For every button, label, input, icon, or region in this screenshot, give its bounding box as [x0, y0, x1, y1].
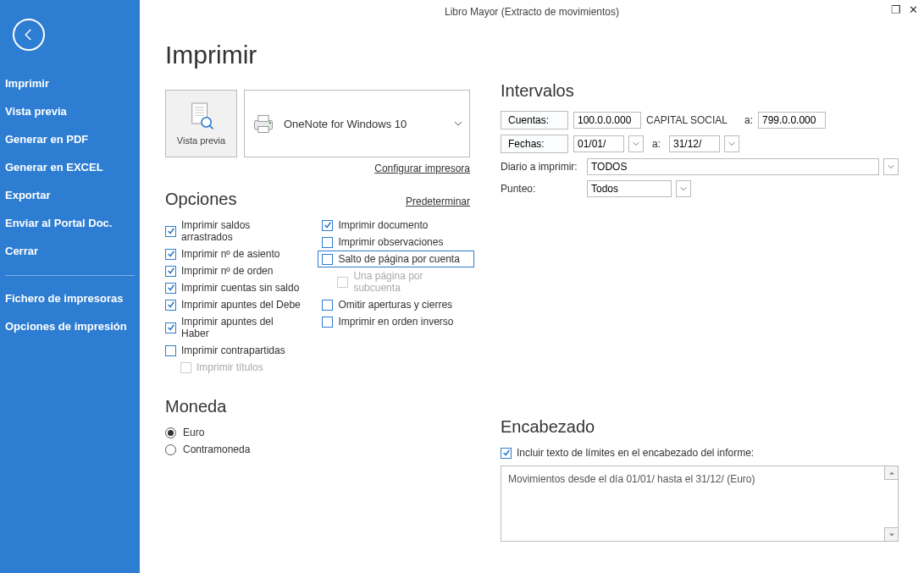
sidebar-item-4[interactable]: Exportar [0, 181, 140, 209]
account-from-input[interactable] [573, 112, 641, 129]
checkbox-label: Imprimir saldos arrastrados [181, 219, 302, 243]
svg-rect-8 [258, 115, 268, 121]
date-from-input[interactable] [573, 135, 624, 152]
to-label: a: [744, 114, 753, 126]
checkbox[interactable] [165, 266, 176, 277]
dates-label-button[interactable]: Fechas: [501, 135, 568, 153]
diary-dropdown[interactable] [883, 158, 899, 175]
preview-label: Vista previa [177, 135, 225, 146]
window-title: Libro Mayor (Extracto de movimientos) [140, 0, 924, 24]
svg-point-10 [269, 122, 271, 124]
punteo-dropdown[interactable] [676, 180, 691, 197]
include-header-checkbox[interactable]: Incluir texto de límites en el encabezad… [501, 447, 899, 459]
currency-euro[interactable]: Euro [165, 427, 470, 438]
options-heading: Opciones [165, 190, 237, 209]
close-icon[interactable]: ✕ [907, 3, 919, 15]
date-from-dropdown[interactable] [628, 135, 644, 152]
sidebar-item-6[interactable]: Cerrar [0, 237, 140, 265]
checkbox [180, 362, 191, 373]
checkbox-label: Imprimir nº de orden [181, 265, 273, 277]
checkbox[interactable] [322, 300, 333, 311]
option-imprimir-apuntes-del-debe[interactable]: Imprimir apuntes del Debe [165, 299, 302, 311]
checkbox-label: Imprimir nº de asiento [181, 248, 279, 260]
sidebar-item2-1[interactable]: Opciones de impresión [0, 312, 140, 340]
header-heading: Encabezado [501, 417, 899, 437]
chevron-down-icon [454, 119, 462, 128]
checkbox[interactable] [322, 237, 333, 248]
radio-button[interactable] [165, 444, 176, 455]
account-to-input[interactable] [758, 112, 826, 129]
checkbox-label: Imprimir apuntes del Haber [181, 316, 302, 339]
checkbox-label: Imprimir cuentas sin saldo [181, 282, 299, 294]
option-imprimir-nº-de-asiento[interactable]: Imprimir nº de asiento [165, 248, 302, 260]
printer-icon [252, 112, 275, 135]
sidebar-item-5[interactable]: Enviar al Portal Doc. [0, 209, 140, 237]
intervals-heading: Intervalos [501, 81, 899, 101]
punteo-select[interactable] [587, 180, 672, 197]
checkbox[interactable] [322, 220, 333, 231]
option-una-página-por-subcuenta: Una página por subcuenta [337, 270, 470, 294]
checkbox-label: Imprimir observaciones [338, 236, 443, 248]
to-label-2: a: [652, 138, 661, 150]
account-name: CAPITAL SOCIAL [646, 114, 739, 126]
checkbox[interactable] [165, 322, 176, 333]
header-text: Movimientos desde el día 01/01/ hasta el… [508, 473, 755, 485]
option-omitir-aperturas-y-cierres[interactable]: Omitir aperturas y cierres [322, 299, 470, 311]
scroll-down[interactable] [884, 527, 898, 541]
checkbox[interactable] [165, 249, 176, 260]
option-salto-de-página-por-cuenta[interactable]: Salto de página por cuenta [318, 251, 474, 267]
checkbox[interactable] [165, 300, 176, 311]
header-textarea[interactable]: Movimientos desde el día 01/01/ hasta el… [501, 466, 899, 542]
checkbox[interactable] [165, 226, 176, 237]
date-to-dropdown[interactable] [724, 135, 739, 152]
config-printer-link[interactable]: Configurar impresora [374, 163, 470, 174]
sidebar-item-1[interactable]: Vista previa [0, 97, 140, 125]
scroll-up[interactable] [884, 466, 898, 480]
checkbox-label: Omitir aperturas y cierres [338, 299, 452, 311]
sidebar-item-3[interactable]: Generar en EXCEL [0, 153, 140, 181]
option-imprimir-saldos-arrastrados[interactable]: Imprimir saldos arrastrados [165, 219, 302, 243]
diary-label: Diario a imprimir: [501, 161, 582, 173]
option-imprimir-cuentas-sin-saldo[interactable]: Imprimir cuentas sin saldo [165, 282, 302, 294]
option-imprimir-nº-de-orden[interactable]: Imprimir nº de orden [165, 265, 302, 277]
checkbox[interactable] [165, 283, 176, 294]
sidebar: ImprimirVista previaGenerar en PDFGenera… [0, 0, 140, 573]
sidebar-item-0[interactable]: Imprimir [0, 69, 140, 97]
page-title: Imprimir [165, 41, 470, 69]
option-imprimir-documento[interactable]: Imprimir documento [322, 219, 470, 231]
back-button[interactable] [13, 19, 45, 51]
option-imprimir-en-orden-inverso[interactable]: Imprimir en orden inverso [322, 316, 470, 328]
default-link[interactable]: Predeterminar [406, 196, 470, 207]
checkbox[interactable] [165, 345, 176, 356]
svg-rect-9 [258, 127, 268, 133]
checkbox-label: Una página por subcuenta [353, 270, 470, 294]
option-imprimir-contrapartidas[interactable]: Imprimir contrapartidas [165, 344, 302, 356]
printer-name: OneNote for Windows 10 [284, 118, 407, 130]
checkbox-label: Imprimir títulos [196, 361, 263, 373]
date-to-input[interactable] [669, 135, 720, 152]
checkbox-label: Imprimir contrapartidas [181, 344, 285, 356]
punteo-label: Punteo: [501, 183, 582, 195]
sidebar-item2-0[interactable]: Fichero de impresoras [0, 284, 140, 312]
checkbox-label: Imprimir en orden inverso [338, 316, 453, 328]
option-imprimir-observaciones[interactable]: Imprimir observaciones [322, 236, 470, 248]
diary-select[interactable] [587, 158, 879, 175]
svg-line-6 [209, 125, 213, 129]
main-area: Libro Mayor (Extracto de movimientos) ❐ … [140, 0, 924, 573]
svg-point-5 [202, 118, 211, 127]
checkbox-label: Salto de página por cuenta [338, 253, 459, 265]
preview-button[interactable]: Vista previa [165, 90, 237, 157]
option-imprimir-títulos: Imprimir títulos [180, 361, 302, 373]
radio-button[interactable] [165, 427, 176, 438]
printer-select[interactable]: OneNote for Windows 10 [244, 90, 470, 157]
checkbox-label: Imprimir documento [338, 219, 428, 231]
accounts-label-button[interactable]: Cuentas: [501, 111, 568, 129]
sidebar-item-2[interactable]: Generar en PDF [0, 125, 140, 153]
option-imprimir-apuntes-del-haber[interactable]: Imprimir apuntes del Haber [165, 316, 302, 339]
checkbox [337, 277, 348, 288]
checkbox[interactable] [322, 254, 333, 265]
currency-contra[interactable]: Contramoneda [165, 444, 470, 455]
checkbox[interactable] [322, 317, 333, 328]
restore-icon[interactable]: ❐ [890, 3, 902, 15]
checkbox[interactable] [501, 448, 512, 459]
